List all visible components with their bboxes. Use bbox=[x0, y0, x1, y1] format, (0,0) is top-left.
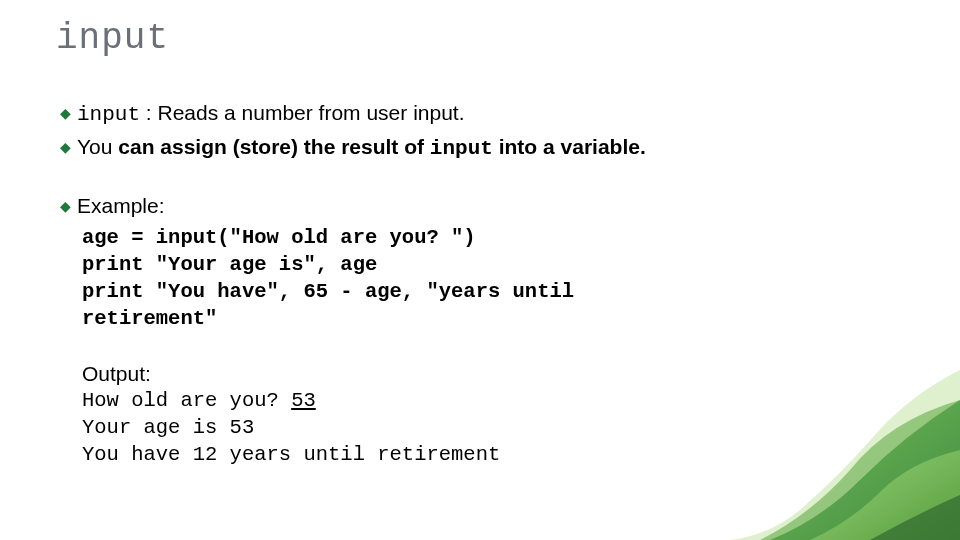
bullet-input-desc: ◆ input : Reads a number from user input… bbox=[60, 99, 904, 129]
code-line: print "Your age is", age bbox=[82, 253, 377, 276]
code-line: retirement" bbox=[82, 307, 217, 330]
output-label: Output: bbox=[82, 362, 904, 386]
output-block: How old are you? 53 Your age is 53 You h… bbox=[82, 388, 904, 468]
bullet-text: You can assign (store) the result of inp… bbox=[77, 133, 646, 163]
output-line: How old are you? bbox=[82, 389, 291, 412]
output-line: Your age is 53 bbox=[82, 416, 254, 439]
output-line: You have 12 years until retirement bbox=[82, 443, 500, 466]
slide-content: ◆ input : Reads a number from user input… bbox=[60, 99, 904, 468]
bullet-assign: ◆ You can assign (store) the result of i… bbox=[60, 133, 904, 163]
code-line: print "You have", 65 - age, "years until bbox=[82, 280, 574, 303]
bullet-arrow-icon: ◆ bbox=[60, 138, 71, 157]
code-line: age = input("How old are you? ") bbox=[82, 226, 476, 249]
slide-title: input bbox=[56, 18, 904, 59]
code-inline: input bbox=[430, 137, 493, 160]
code-inline: input bbox=[77, 103, 140, 126]
text: You bbox=[77, 135, 112, 158]
text-bold: can assign (store) the result of bbox=[112, 135, 429, 158]
example-code: age = input("How old are you? ") print "… bbox=[82, 224, 904, 332]
output-user-input: 53 bbox=[291, 389, 316, 412]
text: : Reads a number from user input. bbox=[140, 101, 465, 124]
bullet-arrow-icon: ◆ bbox=[60, 104, 71, 123]
bullet-text: input : Reads a number from user input. bbox=[77, 99, 465, 129]
bullet-text: Example: bbox=[77, 192, 165, 220]
bullet-arrow-icon: ◆ bbox=[60, 197, 71, 216]
slide: input ◆ input : Reads a number from user… bbox=[0, 0, 960, 540]
bullet-example: ◆ Example: bbox=[60, 192, 904, 220]
text-bold: into a variable. bbox=[493, 135, 646, 158]
